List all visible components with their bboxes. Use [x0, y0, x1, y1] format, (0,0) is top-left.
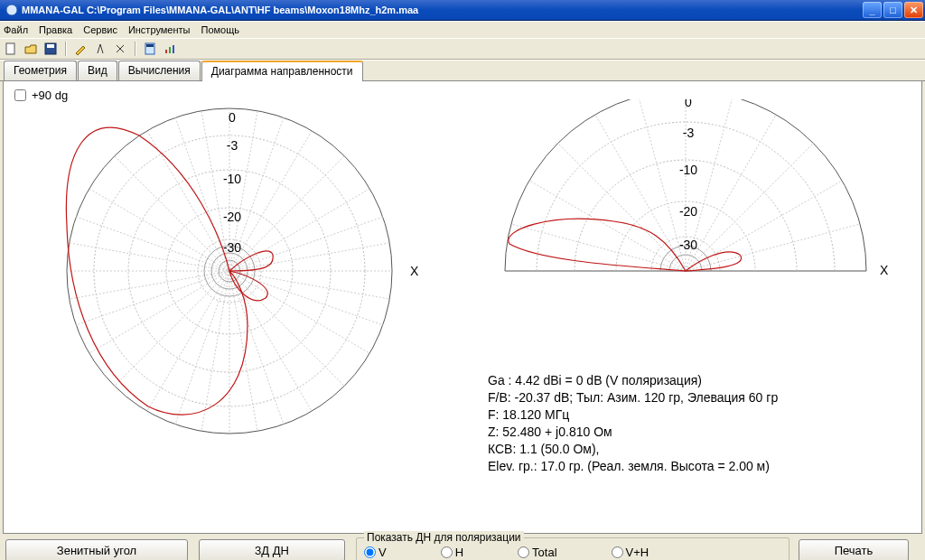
- print-button[interactable]: Печать: [799, 539, 909, 560]
- tab-view[interactable]: Вид: [78, 61, 117, 80]
- svg-line-48: [595, 115, 686, 271]
- bottom-bar: Зенитный угол 3Д ДН Показать ДН для поля…: [0, 534, 925, 560]
- tab-geometry[interactable]: Геометрия: [4, 61, 77, 80]
- readout-imp: Z: 52.480 + j0.810 Ом: [488, 424, 778, 441]
- calc-icon[interactable]: [143, 42, 157, 56]
- tab-pattern[interactable]: Диаграмма направленности: [201, 61, 363, 81]
- svg-rect-7: [169, 47, 171, 53]
- new-icon[interactable]: [4, 42, 18, 56]
- azimuth-plot: Y 0 -3 -10 -20 -30 X: [13, 99, 446, 515]
- svg-text:-10: -10: [223, 172, 241, 186]
- menu-file[interactable]: Файл: [4, 24, 28, 35]
- svg-text:-30: -30: [679, 238, 697, 252]
- tools-icon[interactable]: [113, 42, 127, 56]
- svg-text:Y: Y: [225, 99, 234, 102]
- svg-text:X: X: [880, 263, 889, 277]
- svg-line-47: [686, 144, 813, 271]
- tab-calculate[interactable]: Вычисления: [118, 61, 201, 80]
- pencil-icon[interactable]: [73, 42, 88, 56]
- menu-instruments[interactable]: Инструменты: [128, 24, 191, 35]
- app-icon: [5, 4, 18, 16]
- svg-text:-10: -10: [679, 163, 697, 177]
- radio-vh[interactable]: V+H: [612, 546, 649, 559]
- open-icon[interactable]: [23, 42, 38, 56]
- svg-rect-3: [47, 44, 54, 48]
- readout-fb: F/B: -20.37 dB; Тыл: Азим. 120 гр, Элева…: [488, 389, 778, 406]
- radio-h[interactable]: H: [441, 546, 463, 559]
- svg-text:-3: -3: [227, 138, 238, 153]
- tab-row: Геометрия Вид Вычисления Диаграмма напра…: [0, 60, 925, 81]
- svg-text:0: 0: [685, 99, 692, 109]
- 3d-pattern-button[interactable]: 3Д ДН: [199, 539, 345, 560]
- radio-v[interactable]: V: [364, 546, 387, 559]
- window-title: MMANA-GAL C:\Program Files\MMANA-GAL\ANT…: [22, 5, 418, 15]
- svg-text:-20: -20: [223, 210, 241, 224]
- chart-icon[interactable]: [163, 42, 177, 56]
- menu-help[interactable]: Помощь: [201, 24, 239, 35]
- minimize-button[interactable]: _: [863, 2, 882, 18]
- plot-area: +90 dg: [3, 81, 922, 534]
- svg-rect-6: [165, 50, 167, 53]
- readout-gain: Ga : 4.42 dBi = 0 dB (V поляризация): [488, 372, 778, 389]
- titlebar: MMANA-GAL C:\Program Files\MMANA-GAL\ANT…: [0, 0, 925, 21]
- save-icon[interactable]: [43, 42, 58, 56]
- svg-rect-8: [173, 45, 174, 53]
- svg-text:-3: -3: [683, 126, 695, 140]
- close-button[interactable]: ✕: [904, 2, 923, 18]
- svg-text:X: X: [410, 264, 419, 278]
- readout-swr: КСВ: 1.1 (50.0 Ом),: [488, 441, 778, 458]
- svg-text:-30: -30: [223, 240, 241, 255]
- menubar: Файл Правка Сервис Инструменты Помощь: [0, 21, 925, 38]
- toolbar: [0, 38, 925, 60]
- zenith-angle-button[interactable]: Зенитный угол: [5, 539, 188, 560]
- compass-icon[interactable]: [93, 42, 107, 56]
- menu-service[interactable]: Сервис: [83, 24, 117, 35]
- radio-total[interactable]: Total: [518, 546, 556, 559]
- svg-line-49: [686, 115, 776, 271]
- readout-elev: Elev. гр.: 17.0 гр. (Реал. земля. Высота…: [488, 458, 778, 475]
- elevation-plot: Z 0 -3 -10 -20 -30 X: [482, 99, 916, 334]
- maximize-button[interactable]: □: [883, 2, 902, 18]
- svg-text:0: 0: [229, 110, 236, 125]
- svg-rect-1: [6, 43, 14, 54]
- svg-point-0: [6, 5, 17, 15]
- readout-freq: F: 18.120 МГц: [488, 406, 778, 424]
- menu-edit[interactable]: Правка: [39, 24, 72, 35]
- svg-text:-20: -20: [679, 204, 697, 219]
- polarization-group: Показать ДН для поляризации V H Total V+…: [356, 537, 790, 560]
- svg-line-43: [686, 224, 860, 271]
- svg-rect-5: [146, 44, 154, 47]
- polarization-group-label: Показать ДН для поляризации: [364, 531, 524, 544]
- svg-line-46: [558, 144, 686, 271]
- results-readout: Ga : 4.42 dBi = 0 dB (V поляризация) F/B…: [488, 372, 778, 475]
